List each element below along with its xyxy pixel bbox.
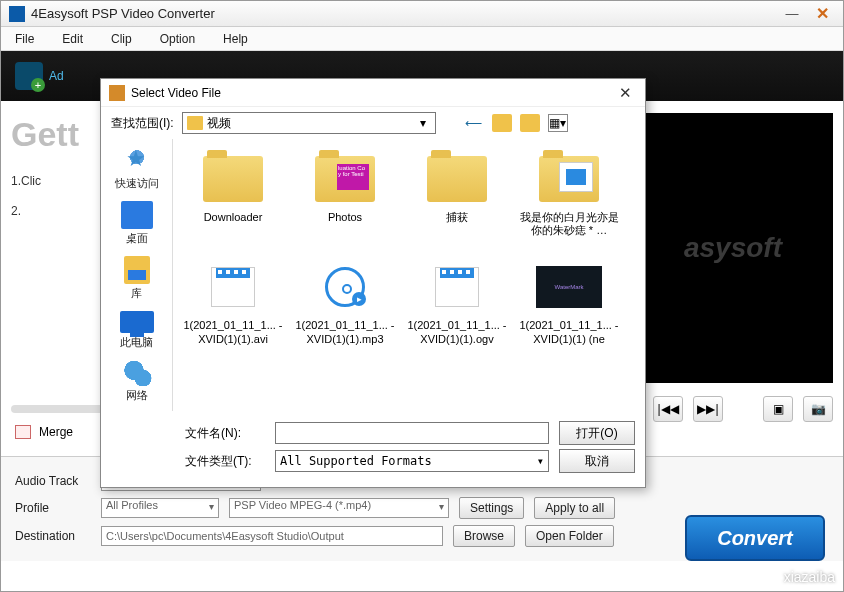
network-icon — [122, 360, 152, 386]
menubar: File Edit Clip Option Help — [1, 27, 843, 51]
next-button[interactable]: ▶▶| — [693, 396, 723, 422]
file-grid[interactable]: Downloader luation Co y for TestiPhotos … — [173, 139, 645, 411]
profile-group-value: All Profiles — [106, 499, 158, 511]
menu-help[interactable]: Help — [223, 32, 248, 46]
titlebar: 4Easysoft PSP Video Converter — ✕ — [1, 1, 843, 27]
file-item[interactable]: WaterMark1(2021_01_11_1... - XVID(1)(1) … — [513, 255, 625, 349]
minimize-button[interactable]: — — [779, 4, 805, 24]
profile-value: PSP Video MPEG-4 (*.mp4) — [234, 499, 371, 511]
file-item[interactable]: luation Co y for TestiPhotos — [289, 147, 401, 241]
open-folder-button[interactable]: Open Folder — [525, 525, 614, 547]
dialog-body: 快速访问 桌面 库 此电脑 网络 Downloader luation Co y… — [101, 139, 645, 411]
nav-back-button[interactable]: ⟵ — [464, 114, 484, 132]
video-icon — [211, 267, 255, 307]
convert-button[interactable]: Convert — [685, 515, 825, 561]
add-file-button[interactable]: Ad — [15, 62, 64, 90]
file-item[interactable]: 捕获 — [401, 147, 513, 241]
video-thumb-icon: WaterMark — [536, 266, 602, 308]
pc-icon — [120, 311, 154, 333]
disc-icon — [325, 267, 365, 307]
nav-view-button[interactable]: ▦▾ — [548, 114, 568, 132]
menu-file[interactable]: File — [15, 32, 34, 46]
open-button[interactable]: 打开(O) — [559, 421, 635, 445]
file-dialog: Select Video File ✕ 查找范围(I): 视频 ▾ ⟵ ▦▾ 快… — [100, 78, 646, 488]
merge-label[interactable]: Merge — [39, 425, 73, 439]
desktop-icon — [121, 201, 153, 229]
lookin-value: 视频 — [207, 115, 231, 132]
filetype-label: 文件类型(T): — [185, 453, 265, 470]
browse-button[interactable]: Browse — [453, 525, 515, 547]
settings-button[interactable]: Settings — [459, 497, 524, 519]
lookin-label: 查找范围(I): — [111, 115, 174, 132]
profile-group-select[interactable]: All Profiles — [101, 498, 219, 518]
place-desktop[interactable]: 桌面 — [105, 198, 169, 249]
nav-newfolder-button[interactable] — [520, 114, 540, 132]
file-item[interactable]: 1(2021_01_11_1... - XVID(1)(1).avi — [177, 255, 289, 349]
audio-track-label: Audio Track — [15, 474, 91, 488]
site-watermark: xiazaiba — [784, 569, 835, 585]
star-icon — [121, 146, 153, 174]
places-bar: 快速访问 桌面 库 此电脑 网络 — [101, 139, 173, 411]
file-item[interactable]: 1(2021_01_11_1... - XVID(1)(1).mp3 — [289, 255, 401, 349]
profile-select[interactable]: PSP Video MPEG-4 (*.mp4) — [229, 498, 449, 518]
dialog-bottom: 文件名(N): 打开(O) 文件类型(T): All Supported For… — [101, 411, 645, 487]
dialog-icon — [109, 85, 125, 101]
dialog-close-button[interactable]: ✕ — [613, 81, 637, 105]
profile-label: Profile — [15, 501, 91, 515]
filetype-select[interactable]: All Supported Formats▾ — [275, 450, 549, 472]
app-icon — [9, 6, 25, 22]
menu-clip[interactable]: Clip — [111, 32, 132, 46]
folder-icon — [187, 116, 203, 130]
folder-icon — [203, 156, 263, 202]
preview-panel: asysoft — [633, 113, 833, 383]
place-libraries[interactable]: 库 — [105, 253, 169, 304]
folder-icon — [539, 156, 599, 202]
folder-icon: luation Co y for Testi — [315, 156, 375, 202]
file-item[interactable]: 1(2021_01_11_1... - XVID(1)(1).ogv — [401, 255, 513, 349]
dialog-title: Select Video File — [131, 86, 613, 100]
place-quickaccess[interactable]: 快速访问 — [105, 143, 169, 194]
merge-icon — [15, 425, 31, 439]
filename-label: 文件名(N): — [185, 425, 265, 442]
destination-input[interactable] — [101, 526, 443, 546]
filename-input[interactable] — [275, 422, 549, 444]
camera-button[interactable]: 📷 — [803, 396, 833, 422]
window-title: 4Easysoft PSP Video Converter — [31, 6, 775, 21]
folder-icon — [427, 156, 487, 202]
snapshot-button[interactable]: ▣ — [763, 396, 793, 422]
destination-label: Destination — [15, 529, 91, 543]
menu-option[interactable]: Option — [160, 32, 195, 46]
prev-button[interactable]: |◀◀ — [653, 396, 683, 422]
chevron-down-icon: ▾ — [415, 116, 431, 130]
lookin-row: 查找范围(I): 视频 ▾ ⟵ ▦▾ — [101, 107, 645, 139]
close-button[interactable]: ✕ — [809, 4, 835, 24]
cancel-button[interactable]: 取消 — [559, 449, 635, 473]
menu-edit[interactable]: Edit — [62, 32, 83, 46]
apply-all-button[interactable]: Apply to all — [534, 497, 615, 519]
video-icon — [435, 267, 479, 307]
nav-up-button[interactable] — [492, 114, 512, 132]
add-icon — [15, 62, 43, 90]
file-item[interactable]: Downloader — [177, 147, 289, 241]
lookin-select[interactable]: 视频 ▾ — [182, 112, 436, 134]
place-network[interactable]: 网络 — [105, 357, 169, 406]
libraries-icon — [124, 256, 150, 284]
file-item[interactable]: 我是你的白月光亦是你的朱砂痣 * … — [513, 147, 625, 241]
place-thispc[interactable]: 此电脑 — [105, 308, 169, 353]
dialog-titlebar: Select Video File ✕ — [101, 79, 645, 107]
add-label: Ad — [49, 69, 64, 83]
preview-watermark: asysoft — [684, 232, 782, 264]
